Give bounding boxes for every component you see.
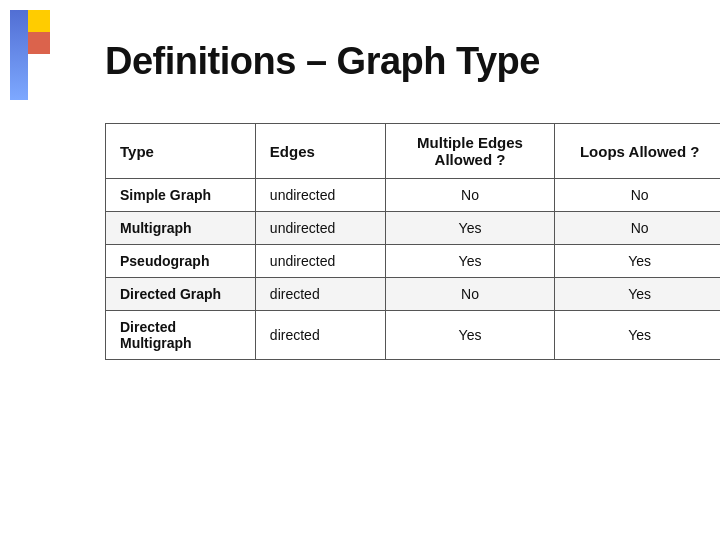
- table-container: Type Edges Multiple Edges Allowed ? Loop…: [105, 123, 670, 360]
- header-type: Type: [106, 124, 256, 179]
- cell-multiple-edges: Yes: [385, 311, 555, 360]
- cell-type: Directed Multigraph: [106, 311, 256, 360]
- header-edges: Edges: [255, 124, 385, 179]
- cell-loops: No: [555, 179, 720, 212]
- cell-loops: Yes: [555, 245, 720, 278]
- cell-edges: undirected: [255, 245, 385, 278]
- page-title: Definitions – Graph Type: [105, 40, 670, 83]
- cell-edges: directed: [255, 311, 385, 360]
- cell-loops: No: [555, 212, 720, 245]
- cell-loops: Yes: [555, 311, 720, 360]
- cell-edges: directed: [255, 278, 385, 311]
- cell-type: Pseudograph: [106, 245, 256, 278]
- table-row: Directed GraphdirectedNoYes: [106, 278, 721, 311]
- accent-red-block: [28, 32, 50, 54]
- cell-type: Directed Graph: [106, 278, 256, 311]
- table-row: PseudographundirectedYesYes: [106, 245, 721, 278]
- cell-type: Multigraph: [106, 212, 256, 245]
- graph-types-table: Type Edges Multiple Edges Allowed ? Loop…: [105, 123, 720, 360]
- page: Definitions – Graph Type Type Edges Mult…: [0, 0, 720, 540]
- cell-type: Simple Graph: [106, 179, 256, 212]
- accent-yellow-block: [28, 10, 50, 32]
- accent-decoration: [0, 0, 80, 100]
- cell-edges: undirected: [255, 212, 385, 245]
- header-loops: Loops Allowed ?: [555, 124, 720, 179]
- cell-multiple-edges: No: [385, 278, 555, 311]
- cell-multiple-edges: Yes: [385, 245, 555, 278]
- table-row: Simple GraphundirectedNoNo: [106, 179, 721, 212]
- cell-loops: Yes: [555, 278, 720, 311]
- table-header-row: Type Edges Multiple Edges Allowed ? Loop…: [106, 124, 721, 179]
- accent-blue-bar: [10, 10, 28, 100]
- table-row: MultigraphundirectedYesNo: [106, 212, 721, 245]
- cell-edges: undirected: [255, 179, 385, 212]
- cell-multiple-edges: Yes: [385, 212, 555, 245]
- header-multiple-edges: Multiple Edges Allowed ?: [385, 124, 555, 179]
- cell-multiple-edges: No: [385, 179, 555, 212]
- table-row: Directed MultigraphdirectedYesYes: [106, 311, 721, 360]
